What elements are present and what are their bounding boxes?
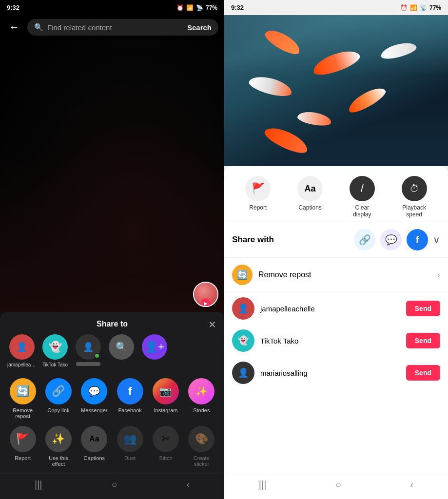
send-button-maria[interactable]: Send bbox=[406, 365, 440, 381]
action-stitch[interactable]: ✂ Stitch bbox=[151, 426, 181, 467]
tako-avatar-icon: 👻 bbox=[238, 335, 249, 346]
search-box[interactable]: 🔍 Find related content Search bbox=[27, 19, 218, 36]
contact-item-tako[interactable]: 👻 TikTok Tako bbox=[40, 334, 70, 367]
messenger-label: Messenger bbox=[81, 407, 107, 413]
contact-item-jamapelle[interactable]: 👤 jamapelleac helle bbox=[7, 334, 37, 367]
stories-label: Stories bbox=[193, 407, 210, 413]
add-contact-icon: 👤+ bbox=[145, 341, 164, 353]
create-sticker-icon: 🎨 bbox=[188, 426, 214, 452]
action-messenger[interactable]: 💬 Messenger bbox=[79, 378, 109, 419]
bottom-sheet-right: 🚩 Report Aa Captions / Cleardisplay ⏱ Pl… bbox=[224, 166, 448, 474]
left-panel: 9:32 ⏰ 📶 📡 77% ← 🔍 Find related content … bbox=[0, 0, 224, 499]
nav-back-left[interactable]: ‹ bbox=[186, 479, 190, 490]
nav-menu-right[interactable]: ||| bbox=[259, 479, 267, 490]
share-title: Share to bbox=[97, 320, 128, 328]
status-icons-left: ⏰ 📶 📡 77% bbox=[176, 4, 217, 11]
send-button-tako[interactable]: Send bbox=[406, 333, 440, 348]
bottom-nav-left: ||| ○ ‹ bbox=[0, 474, 224, 499]
search-contacts-icon: 🔍 bbox=[116, 341, 128, 353]
actions-icons-row: 🚩 Report Aa Captions / Cleardisplay ⏱ Pl… bbox=[224, 166, 448, 222]
copy-link-label: Copy link bbox=[47, 407, 69, 413]
clear-display-col-label: Cleardisplay bbox=[353, 204, 371, 218]
facebook-icon: f bbox=[117, 378, 143, 404]
contact-item-add[interactable]: 👤+ bbox=[139, 334, 170, 367]
action-copy-link[interactable]: 🔗 Copy link bbox=[43, 378, 74, 419]
contacts-row: 👤 jamapelleac helle 👻 TikTok Tako 👤 bbox=[0, 334, 224, 374]
online-indicator bbox=[94, 353, 100, 359]
remove-repost-row[interactable]: 🔄 Remove repost › bbox=[224, 258, 448, 292]
remove-repost-row-icon: 🔄 bbox=[232, 265, 253, 285]
remove-repost-icon: 🔄 bbox=[10, 378, 36, 404]
duet-icon: 👥 bbox=[117, 426, 143, 452]
search-button[interactable]: Search bbox=[187, 23, 212, 32]
action-captions[interactable]: Aa Captions bbox=[79, 426, 109, 467]
contact-avatar-jamapelle: 👤 bbox=[9, 334, 35, 360]
playback-speed-col-label: Playbackspeed bbox=[402, 204, 426, 218]
action-remove-repost[interactable]: 🔄 Removerepost bbox=[8, 378, 38, 419]
bottom-nav-right: ||| ○ ‹ bbox=[224, 474, 448, 499]
nav-home-left[interactable]: ○ bbox=[111, 479, 117, 490]
status-bar-right: 9:32 ⏰ 📶 📡 77% bbox=[224, 0, 448, 15]
cli-avatar-maria: 👤 bbox=[232, 362, 254, 384]
nav-menu-left[interactable]: ||| bbox=[35, 479, 42, 490]
create-sticker-label: Createsticker bbox=[194, 455, 210, 467]
koi-video bbox=[224, 15, 448, 166]
contacts-list: 👤 jamapelleachelle Send 👻 TikTok Tako Se… bbox=[224, 292, 448, 474]
copy-link-icon: 🔗 bbox=[45, 378, 72, 404]
action-facebook[interactable]: f Facebook bbox=[115, 378, 145, 419]
blurred-avatar-icon: 👤 bbox=[83, 342, 94, 352]
action-create-sticker[interactable]: 🎨 Createsticker bbox=[186, 426, 216, 467]
signal-icon: 📡 bbox=[196, 4, 203, 11]
battery-right: 77% bbox=[429, 4, 441, 11]
contact-avatar-add: 👤+ bbox=[142, 334, 167, 360]
contact-item-blurred[interactable]: 👤 bbox=[73, 334, 103, 367]
avatar-overlay[interactable]: ▶ bbox=[193, 282, 218, 307]
avatar-icon: 👤 bbox=[17, 342, 27, 352]
action-duet[interactable]: 👥 Duet bbox=[115, 426, 145, 467]
captions-icon: Aa bbox=[81, 426, 107, 452]
send-button-jamapelle[interactable]: Send bbox=[406, 301, 440, 316]
action-report[interactable]: 🚩 Report bbox=[8, 426, 38, 467]
back-button[interactable]: ← bbox=[6, 20, 22, 35]
action-col-captions[interactable]: Aa Captions bbox=[297, 176, 323, 218]
messenger-share-btn[interactable]: 💬 bbox=[380, 229, 402, 250]
duet-label: Duet bbox=[124, 455, 136, 461]
action-col-clear-display[interactable]: / Cleardisplay bbox=[350, 176, 375, 218]
nav-home-right[interactable]: ○ bbox=[335, 479, 341, 490]
contact-item-search[interactable]: 🔍 bbox=[106, 334, 136, 367]
action-use-effect[interactable]: ✨ Use thiseffect bbox=[43, 426, 74, 467]
facebook-share-btn[interactable]: f bbox=[407, 229, 428, 250]
facebook-label: Facebook bbox=[118, 407, 141, 413]
action-col-report[interactable]: 🚩 Report bbox=[245, 176, 271, 218]
copy-link-share-btn[interactable]: 🔗 bbox=[354, 229, 375, 250]
contact-name-tako: TikTok Tako bbox=[42, 362, 68, 367]
time-right: 9:32 bbox=[231, 4, 244, 11]
search-placeholder: Find related content bbox=[47, 23, 183, 32]
maria-avatar-icon: 👤 bbox=[238, 367, 249, 378]
contact-list-item-maria: 👤 mariariosalling Send bbox=[224, 357, 448, 389]
alarm-icon-right: ⏰ bbox=[400, 4, 408, 11]
more-share-options-btn[interactable]: ∨ bbox=[433, 234, 440, 246]
alarm-icon: ⏰ bbox=[176, 4, 184, 11]
search-icon: 🔍 bbox=[34, 23, 43, 32]
captions-circle-icon: Aa bbox=[297, 176, 323, 201]
action-stories[interactable]: ✨ Stories bbox=[186, 378, 216, 419]
wifi-icon-right: 📶 bbox=[410, 4, 417, 11]
remove-repost-label: Removerepost bbox=[13, 407, 33, 419]
captions-label: Captions bbox=[84, 455, 105, 461]
report-icon: 🚩 bbox=[10, 426, 36, 452]
status-bar-left: 9:32 ⏰ 📶 📡 77% bbox=[0, 0, 224, 15]
time-left: 9:32 bbox=[7, 4, 19, 11]
search-bar-area: ← 🔍 Find related content Search bbox=[0, 15, 224, 39]
status-icons-right: ⏰ 📶 📡 77% bbox=[400, 4, 441, 11]
nav-back-right[interactable]: ‹ bbox=[410, 479, 414, 490]
close-button[interactable]: ✕ bbox=[208, 319, 216, 330]
action-col-playback-speed[interactable]: ⏱ Playbackspeed bbox=[402, 176, 427, 218]
share-with-label: Share with bbox=[232, 235, 349, 245]
contact-name-jamapelle: jamapelleac helle bbox=[7, 362, 37, 367]
contact-list-item-jamapelle: 👤 jamapelleachelle Send bbox=[224, 292, 448, 325]
report-col-label: Report bbox=[249, 204, 267, 211]
instagram-icon: 📷 bbox=[153, 378, 179, 404]
action-instagram[interactable]: 📷 Instagram bbox=[151, 378, 181, 419]
use-effect-label: Use thiseffect bbox=[49, 455, 68, 467]
